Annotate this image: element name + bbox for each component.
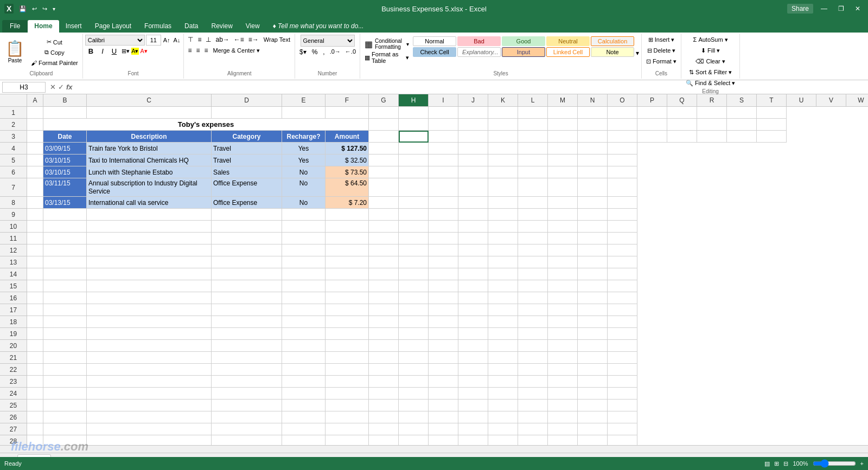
cell-f1[interactable]	[326, 107, 369, 119]
underline-button[interactable]: U	[108, 47, 120, 56]
cell-F15[interactable]	[326, 280, 369, 292]
cell-C24[interactable]	[87, 388, 212, 400]
cell-H16[interactable]	[399, 292, 429, 304]
cell-c7[interactable]: Annual subscription to Industry Digital …	[87, 178, 212, 197]
indent-increase-btn[interactable]: ≡→	[247, 35, 260, 44]
cell-f5[interactable]: $ 32.50	[326, 154, 369, 166]
style-bad[interactable]: Bad	[457, 36, 501, 46]
cell-E11[interactable]	[282, 233, 326, 244]
cell-i6[interactable]	[429, 166, 458, 178]
cell-B14[interactable]	[43, 268, 87, 280]
cell-i5[interactable]	[429, 154, 458, 166]
cell-A12[interactable]	[27, 244, 43, 256]
row-header-11[interactable]: 11	[0, 233, 27, 244]
cell-d5[interactable]: Travel	[212, 154, 282, 166]
cell-B9[interactable]	[43, 209, 87, 221]
cell-A14[interactable]	[27, 268, 43, 280]
cell-M11[interactable]	[548, 233, 578, 244]
cell-F24[interactable]	[326, 388, 369, 400]
cell-B28[interactable]	[43, 435, 87, 445]
cell-f8[interactable]: $ 7.20	[326, 197, 369, 209]
cell-O20[interactable]	[608, 340, 637, 352]
cell-r1[interactable]	[697, 107, 727, 119]
col-header-h[interactable]: H	[399, 94, 429, 106]
cell-t3[interactable]	[757, 131, 787, 143]
cell-M23[interactable]	[548, 376, 578, 388]
cell-O23[interactable]	[608, 376, 637, 388]
cell-C23[interactable]	[87, 376, 212, 388]
cell-b6[interactable]: 03/10/15	[43, 166, 87, 178]
cell-b1[interactable]	[43, 107, 87, 119]
cell-s3[interactable]	[727, 131, 757, 143]
cell-J18[interactable]	[458, 316, 488, 328]
style-check[interactable]: Check Cell	[413, 47, 456, 57]
cell-N27[interactable]	[578, 423, 608, 435]
col-header-t[interactable]: T	[757, 94, 787, 106]
cell-L20[interactable]	[518, 340, 548, 352]
cell-q2[interactable]	[667, 119, 697, 131]
cell-M16[interactable]	[548, 292, 578, 304]
cell-I9[interactable]	[429, 209, 458, 221]
cell-title[interactable]: Toby's expenses	[43, 119, 369, 131]
cell-O17[interactable]	[608, 304, 637, 316]
insert-cells-button[interactable]: ⊞ Insert▾	[646, 35, 677, 44]
cell-N10[interactable]	[578, 221, 608, 233]
cell-e3-recharge[interactable]: Recharge?	[282, 131, 326, 143]
row-header-22[interactable]: 22	[0, 364, 27, 376]
cell-K16[interactable]	[488, 292, 518, 304]
col-header-d[interactable]: D	[212, 94, 282, 106]
cell-D28[interactable]	[212, 435, 282, 445]
cell-E27[interactable]	[282, 423, 326, 435]
cell-E25[interactable]	[282, 400, 326, 411]
cell-b5[interactable]: 03/10/15	[43, 154, 87, 166]
cell-O9[interactable]	[608, 209, 637, 221]
cell-i2[interactable]	[429, 119, 458, 131]
tab-view[interactable]: View	[239, 20, 266, 33]
cell-A27[interactable]	[27, 423, 43, 435]
cell-I24[interactable]	[429, 388, 458, 400]
cell-L15[interactable]	[518, 280, 548, 292]
tab-data[interactable]: Data	[178, 20, 205, 33]
cell-F22[interactable]	[326, 364, 369, 376]
cell-G18[interactable]	[369, 316, 399, 328]
row-header-12[interactable]: 12	[0, 244, 27, 256]
cell-C16[interactable]	[87, 292, 212, 304]
cell-c5[interactable]: Taxi to International Chemicals HQ	[87, 154, 212, 166]
cell-F14[interactable]	[326, 268, 369, 280]
cell-J27[interactable]	[458, 423, 488, 435]
cell-j2[interactable]	[458, 119, 488, 131]
clear-button[interactable]: ⌫ Clear▾	[693, 56, 727, 66]
cell-N14[interactable]	[578, 268, 608, 280]
format-painter-button[interactable]: 🖌 Format Painter	[29, 58, 80, 68]
tab-tell-me[interactable]: ♦ Tell me what you want to do...	[266, 20, 371, 33]
sort-filter-button[interactable]: ⇅ Sort & Filter▾	[687, 67, 734, 77]
cell-C17[interactable]	[87, 304, 212, 316]
cell-N18[interactable]	[578, 316, 608, 328]
cell-M10[interactable]	[548, 221, 578, 233]
cell-E24[interactable]	[282, 388, 326, 400]
cell-d8[interactable]: Office Expense	[212, 197, 282, 209]
cell-b4[interactable]: 03/09/15	[43, 143, 87, 154]
cell-k3[interactable]	[488, 131, 518, 143]
horizontal-scrollbar[interactable]	[0, 445, 868, 453]
cell-M28[interactable]	[548, 435, 578, 445]
cell-L12[interactable]	[518, 244, 548, 256]
cell-h2[interactable]	[399, 119, 429, 131]
name-box[interactable]	[2, 82, 46, 93]
cell-g5[interactable]	[369, 154, 399, 166]
cell-N12[interactable]	[578, 244, 608, 256]
cell-C15[interactable]	[87, 280, 212, 292]
cell-d6[interactable]: Sales	[212, 166, 282, 178]
cell-H17[interactable]	[399, 304, 429, 316]
cell-q1[interactable]	[667, 107, 697, 119]
style-neutral[interactable]: Neutral	[546, 36, 590, 46]
fill-button[interactable]: ⬇ Fill▾	[699, 46, 722, 55]
cell-n7[interactable]	[578, 178, 608, 197]
cell-B10[interactable]	[43, 221, 87, 233]
row-header-24[interactable]: 24	[0, 388, 27, 400]
cell-C25[interactable]	[87, 400, 212, 411]
cell-N25[interactable]	[578, 400, 608, 411]
cell-E14[interactable]	[282, 268, 326, 280]
cell-q3[interactable]	[667, 131, 697, 143]
cell-L22[interactable]	[518, 364, 548, 376]
